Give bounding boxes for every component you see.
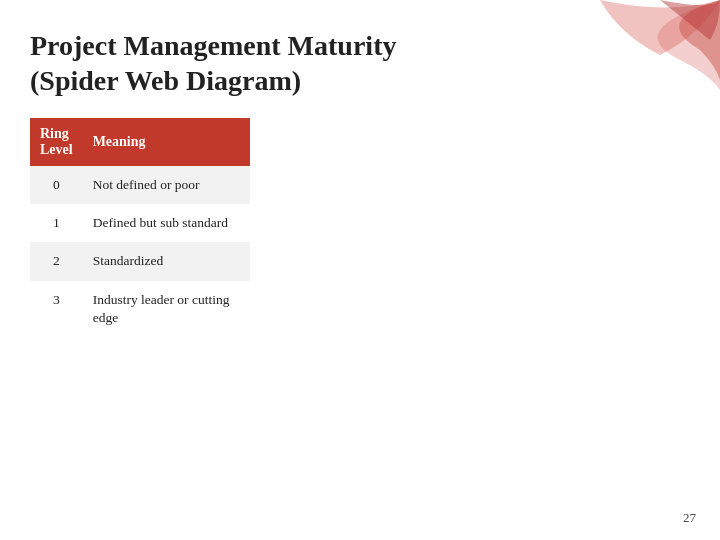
table-row: 1Defined but sub standard <box>30 204 250 242</box>
table-row: 0Not defined or poor <box>30 166 250 204</box>
cell-ring-level: 2 <box>30 242 83 280</box>
cell-ring-level: 1 <box>30 204 83 242</box>
cell-meaning: Defined but sub standard <box>83 204 250 242</box>
table-row: 2Standardized <box>30 242 250 280</box>
table-container: Ring Level Meaning 0Not defined or poor1… <box>0 118 720 337</box>
cell-ring-level: 0 <box>30 166 83 204</box>
col-header-ring-level: Ring Level <box>30 118 83 166</box>
cell-meaning: Not defined or poor <box>83 166 250 204</box>
page-title: Project Management Maturity (Spider Web … <box>0 0 720 118</box>
table-header-row: Ring Level Meaning <box>30 118 250 166</box>
cell-ring-level: 3 <box>30 281 83 337</box>
cell-meaning: Industry leader or cutting edge <box>83 281 250 337</box>
maturity-table: Ring Level Meaning 0Not defined or poor1… <box>30 118 250 337</box>
table-row: 3Industry leader or cutting edge <box>30 281 250 337</box>
cell-meaning: Standardized <box>83 242 250 280</box>
col-header-meaning: Meaning <box>83 118 250 166</box>
page-number: 27 <box>683 510 696 526</box>
